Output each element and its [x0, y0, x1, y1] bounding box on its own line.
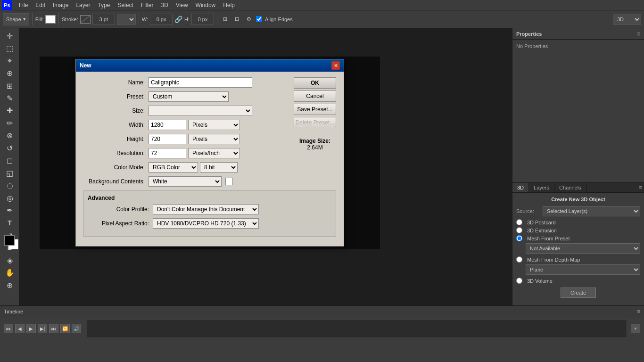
mesh-preset-select[interactable]: Not Available — [526, 243, 640, 254]
transform-button[interactable]: ⊡ — [232, 13, 242, 25]
options-toolbar: Shape ▾ Fill: Stroke: — W: 🔗 H: ⊞ ⊡ ⚙ Al… — [0, 10, 644, 28]
tab-3d[interactable]: 3D — [512, 183, 529, 192]
settings-button[interactable]: ⚙ — [244, 13, 254, 25]
timeline-menu-button[interactable]: ≡ — [637, 308, 640, 315]
timeline-audio-button[interactable]: 🔊 — [72, 324, 81, 333]
width-input[interactable] — [150, 14, 173, 25]
hand-tool[interactable]: ✋ — [2, 267, 17, 279]
link-dimensions-icon[interactable]: 🔗 — [174, 16, 182, 23]
color-mode-select[interactable]: RGB Color Grayscale CMYK Color — [149, 162, 198, 173]
height-unit-select[interactable]: Pixels Inches — [188, 134, 240, 144]
move-tool[interactable]: ✛ — [2, 30, 17, 41]
3d-tool[interactable]: ◈ — [2, 255, 17, 266]
selection-tool[interactable]: ⬚ — [2, 42, 17, 54]
tab-layers[interactable]: Layers — [529, 183, 554, 192]
source-select[interactable]: Selected Layer(s) — [543, 206, 640, 216]
menu-edit[interactable]: Edit — [32, 0, 49, 10]
width-value-input[interactable] — [149, 120, 186, 130]
timeline-start-button[interactable]: ⏮ — [4, 324, 13, 333]
advanced-section: Advanced Color Profile: Don't Color Mana… — [83, 190, 336, 237]
blur-tool[interactable]: ◌ — [2, 180, 17, 191]
size-select[interactable] — [149, 106, 252, 116]
dialog-close-button[interactable]: ✕ — [331, 61, 340, 70]
menu-image[interactable]: Image — [49, 0, 72, 10]
canvas-area: New ✕ Name: Preset: Custom De — [20, 28, 512, 305]
fill-swatch[interactable] — [45, 15, 56, 24]
tab-channels[interactable]: Channels — [554, 183, 586, 192]
properties-panel-content: No Properties — [512, 40, 644, 53]
color-profile-label: Color Profile: — [88, 206, 149, 213]
background-color-swatch[interactable] — [225, 178, 233, 185]
history-brush-tool[interactable]: ↺ — [2, 142, 17, 154]
menu-type[interactable]: Type — [94, 0, 114, 10]
stroke-width-input[interactable] — [92, 14, 115, 25]
shape-selector-button[interactable]: Shape ▾ — [3, 13, 29, 25]
ok-button[interactable]: OK — [294, 77, 336, 89]
clone-stamp-tool[interactable]: ⊗ — [2, 130, 17, 141]
background-inputs: White Background Color Transparent — [149, 176, 233, 187]
volume-radio[interactable] — [516, 278, 522, 284]
menu-file[interactable]: File — [15, 0, 32, 10]
3d-mode-select[interactable]: 3D — [613, 14, 641, 25]
panel-menu-button[interactable]: ≡ — [639, 183, 642, 192]
gradient-tool[interactable]: ◱ — [2, 167, 17, 179]
mesh-depth-select[interactable]: Plane — [526, 264, 640, 275]
resolution-unit-select[interactable]: Pixels/Inch Pixels/Centimeter — [188, 148, 240, 158]
save-preset-button[interactable]: Save Preset... — [294, 104, 336, 115]
pen-tool[interactable]: ✒ — [2, 205, 17, 216]
align-button[interactable]: ⊞ — [220, 13, 230, 25]
size-label: Size: — [83, 107, 145, 114]
resolution-value-input[interactable] — [149, 148, 186, 158]
properties-panel-title: Properties — [516, 31, 542, 37]
timeline-end-button[interactable]: ⏭ — [49, 324, 58, 333]
toolbar-separator-4 — [217, 13, 217, 25]
mesh-depth-radio[interactable] — [516, 256, 522, 263]
preset-select[interactable]: Custom Default Photoshop Size U.S. Paper… — [149, 91, 229, 102]
stroke-type-select[interactable]: — — [117, 14, 136, 25]
menu-view[interactable]: View — [172, 0, 192, 10]
eyedropper-tool[interactable]: ✎ — [2, 92, 17, 104]
foreground-color-swatch[interactable] — [4, 235, 15, 246]
eraser-tool[interactable]: ◻ — [2, 155, 17, 166]
mesh-preset-radio[interactable] — [516, 235, 522, 241]
postcard-radio[interactable] — [516, 219, 522, 225]
create-3d-button[interactable]: Create — [561, 288, 596, 298]
background-select[interactable]: White Background Color Transparent — [149, 176, 222, 187]
properties-collapse-button[interactable]: ≡ — [637, 31, 640, 37]
menu-window[interactable]: Window — [192, 0, 220, 10]
timeline-add-frame-button[interactable]: + — [631, 324, 640, 333]
menu-layer[interactable]: Layer — [72, 0, 94, 10]
crop-tool[interactable]: ⊞ — [2, 80, 17, 91]
width-unit-select[interactable]: Pixels Inches Centimeters — [188, 120, 240, 130]
cancel-button[interactable]: Cancel — [294, 90, 336, 102]
timeline-next-button[interactable]: ▶| — [38, 324, 47, 333]
create-3d-title: Create New 3D Object — [516, 197, 640, 202]
brush-tool[interactable]: ✏ — [2, 117, 17, 129]
dodge-tool[interactable]: ◎ — [2, 192, 17, 204]
menu-3d[interactable]: 3D — [157, 0, 172, 10]
type-tool[interactable]: T — [2, 217, 17, 229]
name-label: Name: — [83, 79, 145, 86]
name-input[interactable] — [149, 77, 252, 88]
align-edges-checkbox[interactable] — [256, 16, 262, 22]
mesh-depth-radio-row: Mesh From Depth Map — [516, 256, 640, 263]
menu-select[interactable]: Select — [114, 0, 137, 10]
menu-help[interactable]: Help — [219, 0, 239, 10]
pixel-aspect-select[interactable]: HDV 1080/DVCPRO HD 720 (1.33) Square — [153, 218, 259, 229]
height-input[interactable] — [191, 14, 214, 25]
color-profile-select[interactable]: Don't Color Manage this Document sRGB IE… — [153, 204, 259, 214]
dialog-content-wrapper: Name: Preset: Custom Default Photoshop S… — [83, 77, 336, 237]
lasso-tool[interactable]: ⌖ — [2, 55, 17, 66]
stroke-swatch[interactable] — [80, 15, 91, 24]
timeline-play-button[interactable]: ▶ — [26, 324, 36, 333]
height-value-input[interactable] — [149, 134, 186, 144]
zoom-tool[interactable]: ⊕ — [2, 280, 17, 291]
timeline-prev-button[interactable]: ◀ — [15, 324, 25, 333]
quick-select-tool[interactable]: ⊕ — [2, 67, 17, 79]
menu-filter[interactable]: Filter — [137, 0, 157, 10]
healing-tool[interactable]: ✚ — [2, 105, 17, 116]
extrusion-radio[interactable] — [516, 227, 522, 233]
timeline-loop-button[interactable]: 🔁 — [60, 324, 70, 333]
color-depth-select[interactable]: 8 bit 16 bit 32 bit — [200, 162, 238, 173]
toolbar-separator — [32, 13, 33, 25]
